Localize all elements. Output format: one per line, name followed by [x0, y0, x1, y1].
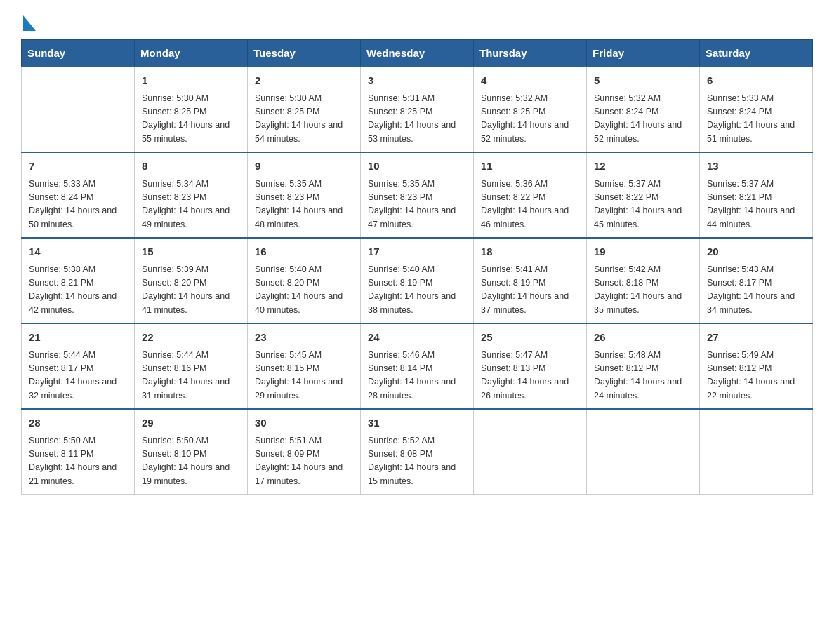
day-cell: 27Sunrise: 5:49 AMSunset: 8:12 PMDayligh…	[700, 323, 813, 409]
day-info: Sunrise: 5:44 AMSunset: 8:16 PMDaylight:…	[142, 349, 240, 403]
day-cell: 31Sunrise: 5:52 AMSunset: 8:08 PMDayligh…	[361, 409, 474, 495]
day-number: 13	[707, 159, 805, 175]
header-sunday: Sunday	[22, 40, 135, 67]
day-info: Sunrise: 5:50 AMSunset: 8:11 PMDaylight:…	[29, 434, 127, 489]
day-cell: 17Sunrise: 5:40 AMSunset: 8:19 PMDayligh…	[361, 238, 474, 323]
calendar-table: SundayMondayTuesdayWednesdayThursdayFrid…	[21, 39, 813, 495]
day-cell: 21Sunrise: 5:44 AMSunset: 8:17 PMDayligh…	[22, 323, 135, 409]
week-row-4: 21Sunrise: 5:44 AMSunset: 8:17 PMDayligh…	[22, 323, 813, 409]
day-number: 9	[255, 159, 353, 175]
day-cell	[587, 409, 700, 495]
day-info: Sunrise: 5:33 AMSunset: 8:24 PMDaylight:…	[707, 92, 805, 147]
day-info: Sunrise: 5:51 AMSunset: 8:09 PMDaylight:…	[255, 434, 353, 489]
day-info: Sunrise: 5:31 AMSunset: 8:25 PMDaylight:…	[368, 92, 466, 147]
day-number: 19	[594, 244, 692, 260]
svg-marker-0	[23, 15, 36, 31]
day-number: 24	[368, 330, 466, 346]
day-info: Sunrise: 5:47 AMSunset: 8:13 PMDaylight:…	[481, 349, 579, 403]
day-info: Sunrise: 5:50 AMSunset: 8:10 PMDaylight:…	[142, 434, 240, 489]
day-info: Sunrise: 5:30 AMSunset: 8:25 PMDaylight:…	[255, 92, 353, 147]
day-cell: 19Sunrise: 5:42 AMSunset: 8:18 PMDayligh…	[587, 238, 700, 323]
day-cell: 25Sunrise: 5:47 AMSunset: 8:13 PMDayligh…	[474, 323, 587, 409]
header-friday: Friday	[587, 40, 700, 67]
day-number: 15	[142, 244, 240, 260]
day-number: 2	[255, 73, 353, 89]
week-row-5: 28Sunrise: 5:50 AMSunset: 8:11 PMDayligh…	[22, 409, 813, 495]
day-number: 16	[255, 244, 353, 260]
day-info: Sunrise: 5:42 AMSunset: 8:18 PMDaylight:…	[594, 263, 692, 318]
day-number: 10	[368, 159, 466, 175]
header-wednesday: Wednesday	[361, 40, 474, 67]
header-saturday: Saturday	[700, 40, 813, 67]
day-info: Sunrise: 5:37 AMSunset: 8:21 PMDaylight:…	[707, 177, 805, 232]
day-info: Sunrise: 5:40 AMSunset: 8:20 PMDaylight:…	[255, 263, 353, 318]
day-cell: 5Sunrise: 5:32 AMSunset: 8:24 PMDaylight…	[587, 67, 700, 152]
day-info: Sunrise: 5:32 AMSunset: 8:25 PMDaylight:…	[481, 92, 579, 147]
day-number: 12	[594, 159, 692, 175]
day-cell: 7Sunrise: 5:33 AMSunset: 8:24 PMDaylight…	[22, 152, 135, 238]
week-row-3: 14Sunrise: 5:38 AMSunset: 8:21 PMDayligh…	[22, 238, 813, 323]
calendar-header-row: SundayMondayTuesdayWednesdayThursdayFrid…	[22, 40, 813, 67]
day-number: 23	[255, 330, 353, 346]
day-info: Sunrise: 5:49 AMSunset: 8:12 PMDaylight:…	[707, 349, 805, 403]
day-number: 8	[142, 159, 240, 175]
day-cell: 20Sunrise: 5:43 AMSunset: 8:17 PMDayligh…	[700, 238, 813, 323]
day-number: 21	[29, 330, 127, 346]
day-number: 3	[368, 73, 466, 89]
day-cell: 23Sunrise: 5:45 AMSunset: 8:15 PMDayligh…	[248, 323, 361, 409]
day-number: 20	[707, 244, 805, 260]
day-cell: 22Sunrise: 5:44 AMSunset: 8:16 PMDayligh…	[135, 323, 248, 409]
day-number: 1	[142, 73, 240, 89]
day-number: 6	[707, 73, 805, 89]
day-cell: 13Sunrise: 5:37 AMSunset: 8:21 PMDayligh…	[700, 152, 813, 238]
day-number: 25	[481, 330, 579, 346]
day-cell: 15Sunrise: 5:39 AMSunset: 8:20 PMDayligh…	[135, 238, 248, 323]
day-info: Sunrise: 5:38 AMSunset: 8:21 PMDaylight:…	[29, 263, 127, 318]
day-cell: 3Sunrise: 5:31 AMSunset: 8:25 PMDaylight…	[361, 67, 474, 152]
day-cell: 18Sunrise: 5:41 AMSunset: 8:19 PMDayligh…	[474, 238, 587, 323]
day-number: 11	[481, 159, 579, 175]
day-info: Sunrise: 5:33 AMSunset: 8:24 PMDaylight:…	[29, 177, 127, 232]
day-info: Sunrise: 5:48 AMSunset: 8:12 PMDaylight:…	[594, 349, 692, 403]
day-info: Sunrise: 5:45 AMSunset: 8:15 PMDaylight:…	[255, 349, 353, 403]
header-thursday: Thursday	[474, 40, 587, 67]
day-cell: 6Sunrise: 5:33 AMSunset: 8:24 PMDaylight…	[700, 67, 813, 152]
day-cell: 28Sunrise: 5:50 AMSunset: 8:11 PMDayligh…	[22, 409, 135, 495]
day-number: 18	[481, 244, 579, 260]
day-info: Sunrise: 5:43 AMSunset: 8:17 PMDaylight:…	[707, 263, 805, 318]
day-number: 5	[594, 73, 692, 89]
day-cell	[474, 409, 587, 495]
header-tuesday: Tuesday	[248, 40, 361, 67]
day-info: Sunrise: 5:34 AMSunset: 8:23 PMDaylight:…	[142, 177, 240, 232]
day-info: Sunrise: 5:32 AMSunset: 8:24 PMDaylight:…	[594, 92, 692, 147]
day-cell: 11Sunrise: 5:36 AMSunset: 8:22 PMDayligh…	[474, 152, 587, 238]
day-cell: 14Sunrise: 5:38 AMSunset: 8:21 PMDayligh…	[22, 238, 135, 323]
day-info: Sunrise: 5:52 AMSunset: 8:08 PMDaylight:…	[368, 434, 466, 489]
day-info: Sunrise: 5:40 AMSunset: 8:19 PMDaylight:…	[368, 263, 466, 318]
day-cell: 8Sunrise: 5:34 AMSunset: 8:23 PMDaylight…	[135, 152, 248, 238]
day-cell: 1Sunrise: 5:30 AMSunset: 8:25 PMDaylight…	[135, 67, 248, 152]
day-cell: 29Sunrise: 5:50 AMSunset: 8:10 PMDayligh…	[135, 409, 248, 495]
day-number: 4	[481, 73, 579, 89]
day-cell: 26Sunrise: 5:48 AMSunset: 8:12 PMDayligh…	[587, 323, 700, 409]
day-cell: 16Sunrise: 5:40 AMSunset: 8:20 PMDayligh…	[248, 238, 361, 323]
day-number: 29	[142, 415, 240, 431]
day-info: Sunrise: 5:44 AMSunset: 8:17 PMDaylight:…	[29, 349, 127, 403]
day-info: Sunrise: 5:30 AMSunset: 8:25 PMDaylight:…	[142, 92, 240, 147]
day-info: Sunrise: 5:37 AMSunset: 8:22 PMDaylight:…	[594, 177, 692, 232]
day-number: 17	[368, 244, 466, 260]
day-cell: 2Sunrise: 5:30 AMSunset: 8:25 PMDaylight…	[248, 67, 361, 152]
day-number: 28	[29, 415, 127, 431]
logo	[21, 14, 36, 25]
header-monday: Monday	[135, 40, 248, 67]
week-row-1: 1Sunrise: 5:30 AMSunset: 8:25 PMDaylight…	[22, 67, 813, 152]
day-cell: 30Sunrise: 5:51 AMSunset: 8:09 PMDayligh…	[248, 409, 361, 495]
day-info: Sunrise: 5:35 AMSunset: 8:23 PMDaylight:…	[255, 177, 353, 232]
day-cell: 12Sunrise: 5:37 AMSunset: 8:22 PMDayligh…	[587, 152, 700, 238]
day-number: 22	[142, 330, 240, 346]
day-cell: 4Sunrise: 5:32 AMSunset: 8:25 PMDaylight…	[474, 67, 587, 152]
day-cell: 9Sunrise: 5:35 AMSunset: 8:23 PMDaylight…	[248, 152, 361, 238]
logo-triangle-icon	[23, 15, 36, 31]
day-number: 27	[707, 330, 805, 346]
day-info: Sunrise: 5:39 AMSunset: 8:20 PMDaylight:…	[142, 263, 240, 318]
